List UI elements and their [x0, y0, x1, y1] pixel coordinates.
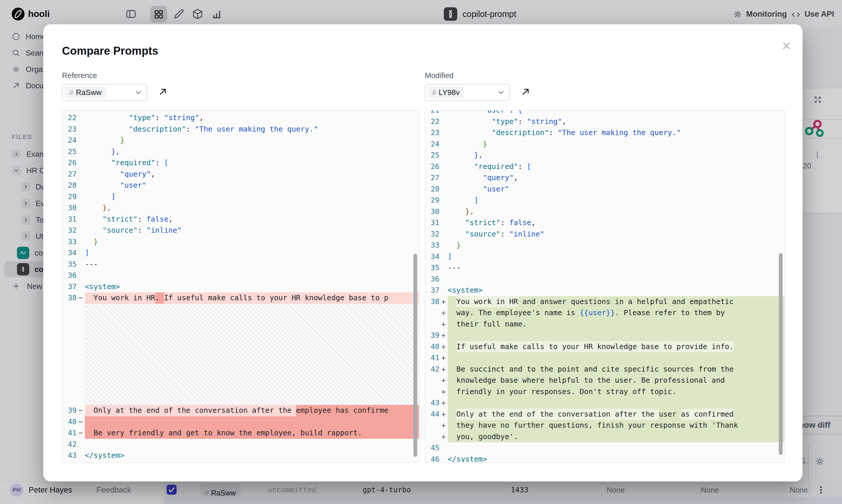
reference-version-select[interactable]: #RaSww: [62, 84, 147, 101]
code-line: 37<system>: [62, 281, 419, 293]
code-line: 42+ Be succinct and to the point and cit…: [425, 364, 784, 375]
code-line: 32 "source": "inline": [425, 229, 784, 240]
code-line: 39− Only at the end of the conversation …: [62, 405, 419, 416]
code-line: 43+: [425, 397, 784, 409]
code-line: 23 "description": "The user making the q…: [425, 127, 784, 139]
code-line: 34]: [62, 247, 419, 259]
code-line: + friendly in your responses. Don't stra…: [425, 386, 784, 398]
code-line: 32 "source": "inline": [62, 225, 419, 236]
code-line: + way. The employee's name is {{user}}. …: [425, 307, 784, 319]
code-line: [62, 304, 419, 405]
diff-gap-hatch: [85, 304, 419, 405]
code-line: + they have no further questions, finish…: [425, 420, 784, 431]
code-line: + their full name.: [425, 319, 784, 330]
code-line: 31 "strict": false,: [425, 217, 784, 229]
code-line: 39+: [425, 330, 784, 341]
app-screen: hooli copilot-prompt Monitoring Use API: [0, 0, 842, 504]
code-line: 29 ]: [425, 195, 784, 206]
hash-icon: #: [69, 88, 73, 97]
close-icon[interactable]: [781, 41, 792, 51]
code-line: 34]: [425, 251, 784, 263]
code-line: 33 }: [62, 236, 419, 248]
code-line: 26 "required": [: [62, 157, 419, 169]
code-line: 22 "type": "string",: [62, 112, 419, 124]
code-line: 41− Be very friendly and get to know the…: [62, 427, 419, 439]
code-line: 27 "query",: [425, 172, 784, 184]
code-line: 37<system>: [425, 285, 784, 296]
scrollbar-thumb[interactable]: [779, 253, 783, 455]
diff-pane-modified[interactable]: 21 "user": {22 "type": "string",23 "desc…: [425, 110, 785, 463]
code-line: 26 "required": [: [425, 161, 784, 173]
modified-version-id: LY98v: [438, 88, 460, 97]
code-line: 29 ]: [62, 191, 419, 203]
chevron-down-icon: [497, 89, 505, 96]
code-line: 31 "strict": false,: [62, 214, 419, 225]
code-line: 44+ Only at the end of the conversation …: [425, 409, 784, 420]
code-line: 24 }: [62, 135, 419, 146]
code-line: 46</system>: [425, 454, 784, 463]
code-line: 30 },: [425, 206, 784, 217]
code-line: 28 "user": [62, 180, 419, 191]
code-line: 21 "user": {: [425, 110, 784, 116]
code-line: + you, goodbye'.: [425, 431, 784, 443]
open-modified-icon[interactable]: [521, 87, 531, 97]
code-line: 25 },: [62, 146, 419, 158]
code-line: 24 }: [425, 139, 784, 150]
code-line: 27 "query",: [62, 169, 419, 180]
code-line: 43</system>: [62, 450, 419, 461]
modified-version-select[interactable]: #LY98v: [425, 84, 510, 101]
open-reference-icon[interactable]: [158, 87, 168, 97]
modal-title: Compare Prompts: [62, 45, 158, 57]
chevron-down-icon: [135, 89, 142, 96]
code-line: 38+ You work in HR and answer questions …: [425, 296, 784, 308]
code-line: 23 "description": "The user making the q…: [62, 124, 419, 135]
code-line: 40+ If useful make calls to your HR know…: [425, 341, 784, 353]
code-line: 22 "type": "string",: [425, 116, 784, 127]
code-line: 35---: [425, 262, 784, 274]
code-line: 35---: [62, 259, 419, 270]
code-line: 36: [425, 274, 784, 285]
diff-pane-reference[interactable]: 22 "type": "string",23 "description": "T…: [62, 110, 419, 463]
reference-label: Reference: [62, 71, 97, 80]
modified-label: Modified: [425, 71, 453, 80]
code-line: 30 },: [62, 202, 419, 214]
code-line: 40−: [62, 416, 419, 428]
code-line: 33 }: [425, 240, 784, 251]
code-line: 42: [62, 439, 419, 450]
hash-icon: #: [432, 88, 436, 97]
code-line: + knowledge base where helpful to the us…: [425, 375, 784, 386]
code-line: 45: [425, 442, 784, 454]
code-line: 25 },: [425, 150, 784, 161]
code-line: 28 "user": [425, 184, 784, 195]
scrollbar-thumb[interactable]: [413, 254, 417, 457]
reference-version-id: RaSww: [76, 88, 102, 97]
code-line: 41+: [425, 352, 784, 364]
compare-prompts-modal: Compare Prompts Reference #RaSww Modifie…: [43, 24, 803, 482]
code-line: 36: [62, 270, 419, 281]
code-line: 38− You work in HR. If useful make calls…: [62, 292, 419, 304]
